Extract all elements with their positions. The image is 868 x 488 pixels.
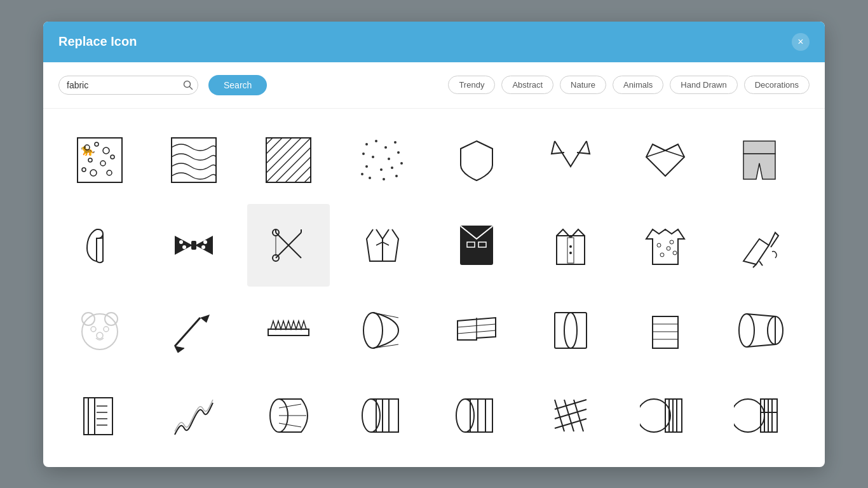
svg-line-22 — [295, 166, 311, 182]
svg-marker-80 — [200, 315, 210, 323]
svg-point-28 — [362, 152, 365, 155]
icon-pattern-roll2[interactable] — [718, 374, 801, 457]
svg-line-23 — [304, 176, 311, 182]
svg-point-92 — [739, 314, 754, 347]
svg-point-36 — [369, 177, 371, 179]
icon-folded-fabric[interactable] — [435, 289, 518, 372]
svg-point-75 — [82, 313, 95, 325]
svg-point-77 — [91, 327, 96, 332]
icon-roll-fabric2[interactable] — [529, 289, 612, 372]
svg-point-51 — [201, 245, 205, 249]
icon-fabric-cutter[interactable] — [153, 289, 235, 372]
svg-point-50 — [203, 240, 207, 244]
svg-line-20 — [276, 147, 311, 182]
icon-saw-tool[interactable] — [247, 289, 330, 372]
svg-point-69 — [657, 243, 661, 247]
replace-icon-modal: Replace Icon × Search Trendy Abstract Na… — [43, 22, 825, 467]
svg-point-26 — [384, 146, 387, 149]
svg-point-25 — [375, 140, 377, 142]
svg-marker-40 — [646, 144, 684, 176]
filter-animals[interactable]: Animals — [613, 76, 663, 94]
svg-point-35 — [400, 162, 403, 165]
svg-marker-81 — [175, 346, 184, 353]
svg-rect-45 — [743, 141, 775, 154]
icon-bow-tie[interactable] — [153, 204, 235, 287]
svg-point-34 — [391, 166, 393, 169]
icon-crosshatch[interactable] — [529, 374, 612, 457]
svg-point-5 — [95, 142, 98, 146]
svg-point-30 — [388, 158, 390, 160]
icon-wave-texture[interactable] — [153, 374, 235, 457]
icon-bear-face[interactable] — [58, 289, 141, 372]
close-button[interactable]: × — [792, 33, 810, 51]
icon-fabric-roll[interactable] — [341, 289, 424, 372]
modal-toolbar: Search Trendy Abstract Nature Animals Ha… — [43, 62, 825, 109]
svg-point-67 — [569, 245, 572, 248]
icon-geometric-heart[interactable] — [624, 119, 707, 201]
svg-point-12 — [82, 168, 86, 172]
icon-pants[interactable] — [718, 119, 801, 201]
icon-suit-vest[interactable] — [435, 204, 518, 287]
icon-fabric-sheet[interactable] — [624, 289, 707, 372]
icon-leopard-pattern[interactable]: 🐆 — [58, 119, 141, 201]
icons-grid: 🐆 — [58, 119, 810, 457]
svg-point-70 — [670, 240, 674, 244]
svg-point-27 — [394, 141, 397, 144]
filter-chips: Trendy Abstract Nature Animals Hand Draw… — [448, 76, 810, 94]
svg-point-48 — [179, 240, 183, 244]
svg-rect-87 — [555, 313, 587, 348]
icon-needles-cross[interactable] — [247, 204, 330, 287]
icon-collar-v[interactable] — [529, 119, 612, 201]
filter-abstract[interactable]: Abstract — [501, 76, 553, 94]
svg-point-8 — [100, 161, 105, 166]
svg-line-42 — [665, 144, 678, 151]
svg-rect-66 — [567, 238, 574, 263]
icon-sewing-action[interactable] — [718, 204, 801, 287]
search-icon-button[interactable] — [183, 80, 193, 90]
svg-line-18 — [266, 138, 301, 173]
svg-point-38 — [395, 175, 398, 177]
svg-line-1 — [190, 86, 193, 89]
svg-point-10 — [90, 170, 97, 176]
search-button[interactable]: Search — [208, 75, 267, 95]
icon-striped-roll[interactable] — [341, 374, 424, 457]
modal-body: 🐆 — [43, 109, 825, 467]
filter-hand-drawn[interactable]: Hand Drawn — [670, 76, 737, 94]
svg-point-78 — [104, 327, 109, 332]
svg-point-68 — [569, 252, 572, 254]
svg-point-32 — [365, 165, 368, 168]
svg-point-9 — [111, 155, 114, 159]
svg-rect-82 — [268, 329, 309, 336]
svg-line-109 — [555, 400, 587, 409]
icon-coat-design[interactable] — [341, 204, 424, 287]
svg-point-7 — [88, 158, 92, 162]
icon-diagonal-lines[interactable] — [247, 119, 330, 201]
icon-hawaii-shirt[interactable] — [624, 204, 707, 287]
search-icon — [183, 80, 193, 90]
svg-point-83 — [363, 313, 383, 348]
svg-point-120 — [734, 399, 764, 432]
icon-dots-pattern[interactable] — [341, 119, 424, 201]
filter-trendy[interactable]: Trendy — [448, 76, 495, 94]
svg-point-73 — [667, 247, 670, 250]
svg-rect-47 — [191, 241, 196, 250]
svg-point-24 — [365, 143, 368, 146]
svg-line-61 — [383, 242, 389, 245]
filter-nature[interactable]: Nature — [560, 76, 606, 94]
svg-line-114 — [574, 400, 583, 431]
icon-pattern-roll[interactable] — [624, 374, 707, 457]
search-input[interactable] — [67, 80, 178, 90]
icon-double-roll[interactable] — [718, 289, 801, 372]
icon-roll-feather[interactable] — [247, 374, 330, 457]
icon-notebook[interactable] — [58, 374, 141, 457]
icon-striped-roll2[interactable] — [435, 374, 518, 457]
icon-wave-pattern[interactable] — [153, 119, 235, 201]
filter-decorations[interactable]: Decorations — [744, 76, 810, 94]
svg-rect-62 — [461, 226, 492, 264]
icon-shirt-collar[interactable] — [529, 204, 612, 287]
icon-shield-fabric[interactable] — [435, 119, 518, 201]
svg-line-19 — [266, 138, 311, 182]
svg-point-6 — [103, 147, 109, 154]
icon-safety-pin[interactable] — [58, 204, 141, 287]
svg-point-74 — [82, 314, 118, 349]
